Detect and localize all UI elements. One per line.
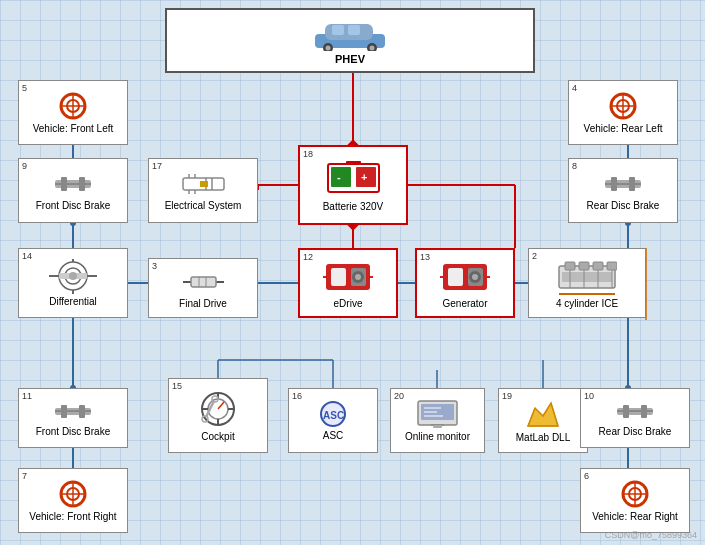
rdb-top-icon <box>603 170 643 198</box>
svg-text:+: + <box>361 171 367 183</box>
diff-label: Differential <box>49 296 97 307</box>
phev-label: PHEV <box>335 53 365 65</box>
diagram-canvas: PHEV 5 Vehicle: Front Left 4 Vehicle: Re… <box>0 0 705 545</box>
rdb-bottom-icon <box>615 399 655 424</box>
matlab-dll: 19 MatLab DLL <box>498 388 588 453</box>
final-drive-icon <box>181 268 226 296</box>
fdb-top-icon <box>53 170 93 198</box>
phev-component: PHEV <box>165 8 535 73</box>
svg-rect-99 <box>565 262 575 270</box>
svg-text:-: - <box>337 171 341 183</box>
svg-rect-85 <box>331 268 346 286</box>
front-disc-brake-bottom: 11 Front Disc Brake <box>18 388 128 448</box>
svg-rect-81 <box>191 277 216 287</box>
final-drive: 3 Final Drive <box>148 258 258 318</box>
online-monitor: 20 Online monitor <box>390 388 485 453</box>
ice: 2 4 cylinder ICE <box>528 248 646 318</box>
vehicle-fr-label: Vehicle: Front Right <box>29 511 116 522</box>
edrive-icon <box>323 258 373 296</box>
elec-label: Electrical System <box>165 200 242 211</box>
svg-rect-69 <box>611 177 617 191</box>
battery-icon: - + <box>326 159 381 199</box>
asc: 16 ASC ASC <box>288 388 378 453</box>
batterie: 18 - + Batterie 320V <box>298 145 408 225</box>
differential: 14 Differential <box>18 248 128 318</box>
generator-icon <box>440 258 490 296</box>
matlab-icon <box>523 398 563 430</box>
svg-rect-100 <box>579 262 589 270</box>
svg-rect-111 <box>61 405 67 418</box>
ice-label: 4 cylinder ICE <box>556 298 618 309</box>
asc-label: ASC <box>323 430 344 441</box>
fdb-bottom-label: Front Disc Brake <box>36 426 110 437</box>
svg-rect-92 <box>448 268 463 286</box>
ice-icon <box>557 258 617 296</box>
svg-rect-60 <box>200 181 208 187</box>
watermark: CSDN@mo_75899364 <box>605 530 697 540</box>
vehicle-rear-right: 6 Vehicle: Rear Right <box>580 468 690 533</box>
battery-label: Batterie 320V <box>323 201 384 212</box>
edrive: 12 eDrive <box>298 248 398 318</box>
vehicle-fr-icon <box>53 479 93 509</box>
vehicle-front-right: 7 Vehicle: Front Right <box>18 468 128 533</box>
rear-disc-brake-top: 8 Rear Disc Brake <box>568 158 678 223</box>
svg-point-38 <box>370 46 375 51</box>
vehicle-rr-label: Vehicle: Rear Right <box>592 511 678 522</box>
monitor-label: Online monitor <box>405 431 470 442</box>
diff-icon <box>49 259 97 294</box>
vehicle-front-left: 5 Vehicle: Front Left <box>18 80 128 145</box>
vehicle-fl-icon <box>53 91 93 121</box>
asc-icon: ASC <box>313 400 353 428</box>
svg-rect-136 <box>623 405 629 418</box>
svg-point-36 <box>326 46 331 51</box>
vehicle-rear-left: 4 Vehicle: Rear Left <box>568 80 678 145</box>
cockpit-icon <box>194 389 242 429</box>
svg-rect-40 <box>348 25 360 35</box>
fdb-top-label: Front Disc Brake <box>36 200 110 211</box>
elec-icon <box>181 170 226 198</box>
vehicle-rl-icon <box>603 91 643 121</box>
svg-rect-52 <box>79 177 85 191</box>
rdb-top-label: Rear Disc Brake <box>587 200 660 211</box>
vehicle-rr-icon <box>615 479 655 509</box>
cockpit: 15 Cockpit <box>168 378 268 453</box>
monitor-icon <box>415 399 460 429</box>
front-disc-brake-top: 9 Front Disc Brake <box>18 158 128 223</box>
fdb-bottom-icon <box>53 399 93 424</box>
generator: 13 Generator <box>415 248 515 318</box>
rear-disc-brake-bottom: 10 Rear Disc Brake <box>580 388 690 448</box>
car-icon <box>310 16 390 51</box>
svg-rect-112 <box>79 405 85 418</box>
vehicle-fl-label: Vehicle: Front Left <box>33 123 114 134</box>
svg-rect-70 <box>629 177 635 191</box>
svg-point-88 <box>355 274 361 280</box>
svg-rect-62 <box>346 161 361 165</box>
svg-rect-63 <box>331 167 351 187</box>
svg-point-74 <box>69 272 77 280</box>
svg-rect-137 <box>641 405 647 418</box>
svg-rect-102 <box>607 262 617 270</box>
edrive-label: eDrive <box>334 298 363 309</box>
cockpit-label: Cockpit <box>201 431 234 442</box>
generator-label: Generator <box>442 298 487 309</box>
electrical-system: 17 Electrical System <box>148 158 258 223</box>
svg-rect-128 <box>433 425 442 428</box>
vehicle-rl-label: Vehicle: Rear Left <box>584 123 663 134</box>
rdb-bottom-label: Rear Disc Brake <box>599 426 672 437</box>
svg-point-95 <box>472 274 478 280</box>
svg-line-122 <box>218 402 224 409</box>
svg-text:ASC: ASC <box>323 410 344 421</box>
matlab-label: MatLab DLL <box>516 432 570 443</box>
svg-rect-101 <box>593 262 603 270</box>
svg-rect-51 <box>61 177 67 191</box>
svg-rect-39 <box>332 25 344 35</box>
final-drive-label: Final Drive <box>179 298 227 309</box>
